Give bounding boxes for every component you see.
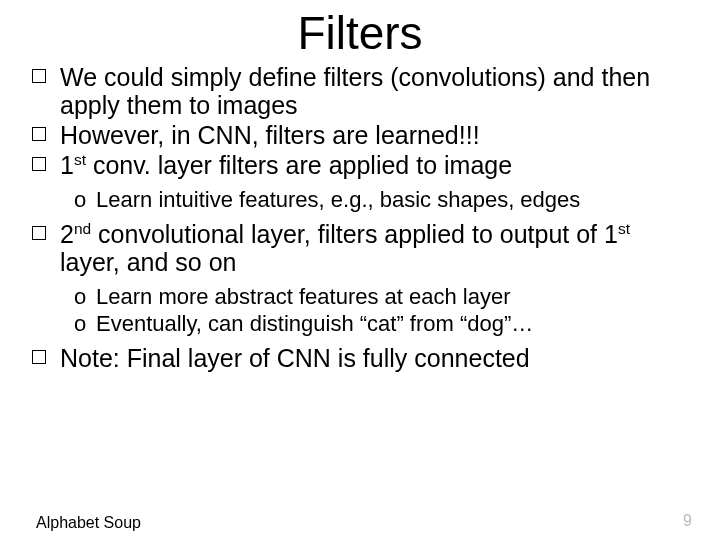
bullet-item: We could simply define filters (convolut… xyxy=(28,63,692,119)
sub-bullet-item: Learn more abstract features at each lay… xyxy=(28,284,692,309)
slide: Filters We could simply define filters (… xyxy=(0,8,720,540)
text: layer, and so on xyxy=(60,248,237,276)
bullet-item: 1st conv. layer filters are applied to i… xyxy=(28,151,692,179)
footer-left: Alphabet Soup xyxy=(36,514,141,532)
superscript: st xyxy=(618,220,630,237)
text: 2 xyxy=(60,220,74,248)
text: 1 xyxy=(60,151,74,179)
superscript: st xyxy=(74,150,86,167)
slide-body: We could simply define filters (convolut… xyxy=(0,59,720,373)
slide-number: 9 xyxy=(683,512,692,530)
superscript: nd xyxy=(74,220,91,237)
sub-bullet-item: Learn intuitive features, e.g., basic sh… xyxy=(28,187,692,212)
bullet-item: Note: Final layer of CNN is fully connec… xyxy=(28,344,692,372)
sub-bullet-item: Eventually, can distinguish “cat” from “… xyxy=(28,311,692,336)
bullet-item: 2nd convolutional layer, filters applied… xyxy=(28,220,692,276)
text: conv. layer filters are applied to image xyxy=(86,151,512,179)
text: convolutional layer, filters applied to … xyxy=(91,220,618,248)
bullet-item: However, in CNN, filters are learned!!! xyxy=(28,121,692,149)
slide-title: Filters xyxy=(0,8,720,59)
